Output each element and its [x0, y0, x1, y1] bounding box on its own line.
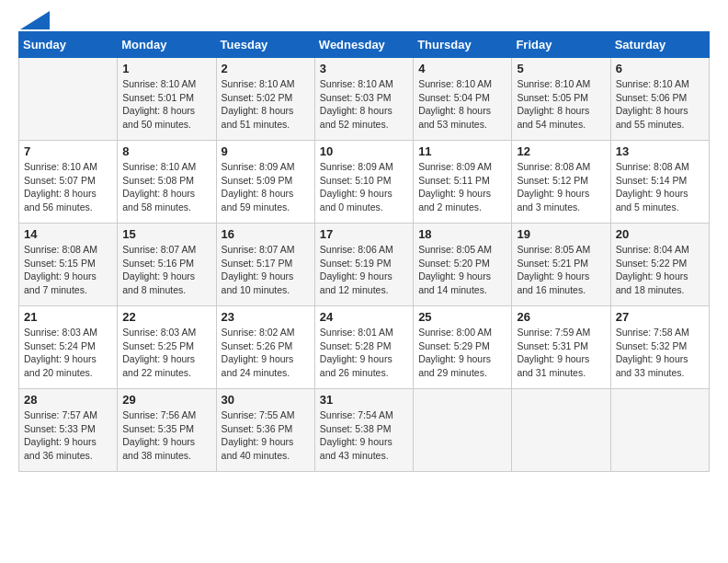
day-info: Sunrise: 7:58 AM Sunset: 5:32 PM Dayligh… — [616, 326, 704, 380]
day-number: 17 — [320, 227, 408, 241]
calendar-cell: 4Sunrise: 8:10 AM Sunset: 5:04 PM Daylig… — [414, 58, 512, 141]
calendar-cell — [19, 58, 118, 141]
calendar-table: SundayMondayTuesdayWednesdayThursdayFrid… — [18, 31, 710, 472]
calendar-header-row: SundayMondayTuesdayWednesdayThursdayFrid… — [19, 32, 710, 58]
day-info: Sunrise: 8:04 AM Sunset: 5:22 PM Dayligh… — [616, 243, 704, 297]
calendar-cell: 8Sunrise: 8:10 AM Sunset: 5:08 PM Daylig… — [118, 141, 216, 224]
calendar-cell: 18Sunrise: 8:05 AM Sunset: 5:20 PM Dayli… — [414, 224, 512, 306]
day-number: 31 — [320, 393, 408, 407]
calendar-week-row: 28Sunrise: 7:57 AM Sunset: 5:33 PM Dayli… — [19, 389, 710, 472]
calendar-week-row: 14Sunrise: 8:08 AM Sunset: 5:15 PM Dayli… — [19, 224, 710, 306]
day-number: 5 — [517, 62, 605, 75]
calendar-cell: 16Sunrise: 8:07 AM Sunset: 5:17 PM Dayli… — [216, 224, 314, 306]
calendar-cell: 7Sunrise: 8:10 AM Sunset: 5:07 PM Daylig… — [19, 141, 118, 224]
day-info: Sunrise: 8:10 AM Sunset: 5:06 PM Dayligh… — [616, 77, 704, 132]
weekday-header-friday: Friday — [512, 32, 610, 58]
calendar-cell: 21Sunrise: 8:03 AM Sunset: 5:24 PM Dayli… — [19, 306, 118, 389]
day-info: Sunrise: 8:07 AM Sunset: 5:17 PM Dayligh… — [222, 243, 310, 297]
calendar-cell: 27Sunrise: 7:58 AM Sunset: 5:32 PM Dayli… — [610, 306, 709, 389]
day-number: 29 — [122, 393, 210, 407]
day-number: 4 — [418, 62, 506, 75]
calendar-cell — [610, 389, 709, 472]
day-info: Sunrise: 8:08 AM Sunset: 5:14 PM Dayligh… — [616, 160, 704, 214]
calendar-cell: 14Sunrise: 8:08 AM Sunset: 5:15 PM Dayli… — [19, 224, 118, 306]
calendar-cell: 22Sunrise: 8:03 AM Sunset: 5:25 PM Dayli… — [118, 306, 216, 389]
calendar-cell: 30Sunrise: 7:55 AM Sunset: 5:36 PM Dayli… — [216, 389, 314, 472]
day-number: 3 — [320, 62, 408, 75]
day-info: Sunrise: 8:10 AM Sunset: 5:04 PM Dayligh… — [418, 77, 506, 132]
calendar-cell: 24Sunrise: 8:01 AM Sunset: 5:28 PM Dayli… — [314, 306, 413, 389]
day-info: Sunrise: 8:09 AM Sunset: 5:10 PM Dayligh… — [320, 160, 408, 214]
calendar-cell: 31Sunrise: 7:54 AM Sunset: 5:38 PM Dayli… — [314, 389, 413, 472]
day-number: 24 — [320, 310, 408, 324]
day-number: 28 — [24, 393, 112, 407]
day-info: Sunrise: 8:02 AM Sunset: 5:26 PM Dayligh… — [222, 326, 310, 380]
calendar-cell: 29Sunrise: 7:56 AM Sunset: 5:35 PM Dayli… — [118, 389, 216, 472]
day-info: Sunrise: 8:00 AM Sunset: 5:29 PM Dayligh… — [418, 326, 506, 380]
calendar-cell: 6Sunrise: 8:10 AM Sunset: 5:06 PM Daylig… — [610, 58, 709, 141]
day-info: Sunrise: 8:08 AM Sunset: 5:15 PM Dayligh… — [24, 243, 112, 297]
day-number: 30 — [222, 393, 310, 407]
day-number: 19 — [517, 227, 605, 241]
logo-icon — [20, 11, 50, 29]
day-info: Sunrise: 7:55 AM Sunset: 5:36 PM Dayligh… — [222, 408, 310, 463]
day-number: 16 — [222, 227, 310, 241]
day-number: 6 — [616, 62, 704, 75]
day-info: Sunrise: 8:08 AM Sunset: 5:12 PM Dayligh… — [517, 160, 605, 214]
weekday-header-tuesday: Tuesday — [216, 32, 314, 58]
day-info: Sunrise: 8:05 AM Sunset: 5:21 PM Dayligh… — [517, 243, 605, 297]
day-number: 26 — [517, 310, 605, 324]
day-info: Sunrise: 8:01 AM Sunset: 5:28 PM Dayligh… — [320, 326, 408, 380]
day-info: Sunrise: 8:06 AM Sunset: 5:19 PM Dayligh… — [320, 243, 408, 297]
weekday-header-thursday: Thursday — [414, 32, 512, 58]
day-number: 9 — [222, 144, 310, 158]
day-number: 11 — [418, 144, 506, 158]
calendar-cell: 5Sunrise: 8:10 AM Sunset: 5:05 PM Daylig… — [512, 58, 610, 141]
page-header — [18, 18, 710, 22]
calendar-cell: 19Sunrise: 8:05 AM Sunset: 5:21 PM Dayli… — [512, 224, 610, 306]
calendar-cell: 20Sunrise: 8:04 AM Sunset: 5:22 PM Dayli… — [610, 224, 709, 306]
day-number: 14 — [24, 227, 112, 241]
calendar-week-row: 1Sunrise: 8:10 AM Sunset: 5:01 PM Daylig… — [19, 58, 710, 141]
calendar-cell — [512, 389, 610, 472]
calendar-cell: 10Sunrise: 8:09 AM Sunset: 5:10 PM Dayli… — [314, 141, 413, 224]
calendar-cell: 26Sunrise: 7:59 AM Sunset: 5:31 PM Dayli… — [512, 306, 610, 389]
calendar-cell: 12Sunrise: 8:08 AM Sunset: 5:12 PM Dayli… — [512, 141, 610, 224]
weekday-header-monday: Monday — [118, 32, 216, 58]
day-info: Sunrise: 8:09 AM Sunset: 5:09 PM Dayligh… — [222, 160, 310, 214]
day-info: Sunrise: 8:10 AM Sunset: 5:02 PM Dayligh… — [222, 77, 310, 132]
day-info: Sunrise: 7:59 AM Sunset: 5:31 PM Dayligh… — [517, 326, 605, 380]
day-info: Sunrise: 8:10 AM Sunset: 5:03 PM Dayligh… — [320, 77, 408, 132]
calendar-cell: 9Sunrise: 8:09 AM Sunset: 5:09 PM Daylig… — [216, 141, 314, 224]
weekday-header-saturday: Saturday — [610, 32, 709, 58]
calendar-cell: 3Sunrise: 8:10 AM Sunset: 5:03 PM Daylig… — [314, 58, 413, 141]
calendar-cell: 11Sunrise: 8:09 AM Sunset: 5:11 PM Dayli… — [414, 141, 512, 224]
day-number: 8 — [122, 144, 210, 158]
day-number: 2 — [222, 62, 310, 75]
day-number: 18 — [418, 227, 506, 241]
day-number: 21 — [24, 310, 112, 324]
weekday-header-wednesday: Wednesday — [314, 32, 413, 58]
day-info: Sunrise: 8:03 AM Sunset: 5:24 PM Dayligh… — [24, 326, 112, 380]
day-number: 22 — [122, 310, 210, 324]
logo — [18, 18, 50, 22]
calendar-cell: 23Sunrise: 8:02 AM Sunset: 5:26 PM Dayli… — [216, 306, 314, 389]
calendar-week-row: 7Sunrise: 8:10 AM Sunset: 5:07 PM Daylig… — [19, 141, 710, 224]
day-info: Sunrise: 8:10 AM Sunset: 5:01 PM Dayligh… — [122, 77, 210, 132]
day-info: Sunrise: 7:57 AM Sunset: 5:33 PM Dayligh… — [24, 408, 112, 463]
day-number: 10 — [320, 144, 408, 158]
day-info: Sunrise: 8:03 AM Sunset: 5:25 PM Dayligh… — [122, 326, 210, 380]
calendar-cell: 25Sunrise: 8:00 AM Sunset: 5:29 PM Dayli… — [414, 306, 512, 389]
day-info: Sunrise: 7:54 AM Sunset: 5:38 PM Dayligh… — [320, 408, 408, 463]
day-info: Sunrise: 7:56 AM Sunset: 5:35 PM Dayligh… — [122, 408, 210, 463]
calendar-cell: 13Sunrise: 8:08 AM Sunset: 5:14 PM Dayli… — [610, 141, 709, 224]
calendar-week-row: 21Sunrise: 8:03 AM Sunset: 5:24 PM Dayli… — [19, 306, 710, 389]
calendar-cell: 15Sunrise: 8:07 AM Sunset: 5:16 PM Dayli… — [118, 224, 216, 306]
day-info: Sunrise: 8:10 AM Sunset: 5:05 PM Dayligh… — [517, 77, 605, 132]
calendar-cell: 28Sunrise: 7:57 AM Sunset: 5:33 PM Dayli… — [19, 389, 118, 472]
day-number: 25 — [418, 310, 506, 324]
day-info: Sunrise: 8:10 AM Sunset: 5:08 PM Dayligh… — [122, 160, 210, 214]
day-number: 27 — [616, 310, 704, 324]
calendar-cell: 2Sunrise: 8:10 AM Sunset: 5:02 PM Daylig… — [216, 58, 314, 141]
day-info: Sunrise: 8:07 AM Sunset: 5:16 PM Dayligh… — [122, 243, 210, 297]
